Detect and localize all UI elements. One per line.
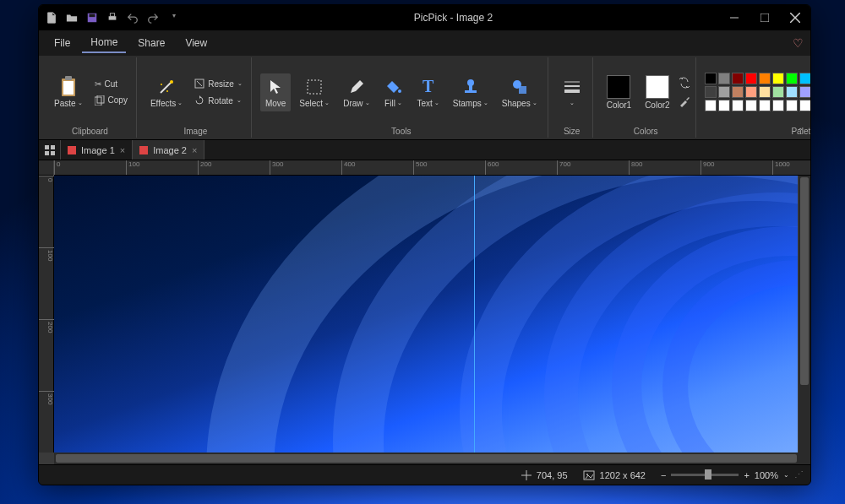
color-swatch[interactable] xyxy=(718,86,730,98)
doc-tab-1[interactable]: Image 1× xyxy=(61,140,133,160)
menu-share[interactable]: Share xyxy=(129,34,173,52)
paste-button[interactable]: Paste ⌄ xyxy=(49,73,88,111)
menu-home[interactable]: Home xyxy=(82,33,126,53)
maximize-button[interactable] xyxy=(750,5,780,30)
clipboard-icon xyxy=(58,77,79,97)
cut-button[interactable]: ✂Cut xyxy=(91,78,131,90)
open-icon[interactable] xyxy=(66,12,79,24)
zoom-out-button[interactable]: − xyxy=(661,470,666,480)
text-tool[interactable]: T Text ⌄ xyxy=(412,73,444,111)
color-swatch[interactable] xyxy=(732,73,744,84)
document-tabs: Image 1× Image 2× xyxy=(39,140,810,160)
svg-rect-23 xyxy=(519,86,526,94)
group-image: Effects ⌄ Resize ⌄ Rotate ⌄ Image xyxy=(140,57,252,138)
swap-colors-icon[interactable] xyxy=(679,77,690,89)
close-button[interactable] xyxy=(780,5,810,30)
dimensions-icon xyxy=(583,470,595,480)
color-swatch[interactable] xyxy=(772,86,784,98)
color-swatch[interactable] xyxy=(718,100,730,111)
color-swatch[interactable] xyxy=(759,86,771,98)
color-swatch[interactable] xyxy=(799,86,811,98)
color-swatch[interactable] xyxy=(786,86,798,98)
bucket-icon xyxy=(384,77,404,97)
doc-icon xyxy=(68,146,76,154)
canvas-viewport[interactable] xyxy=(54,176,810,453)
group-colors: Color1 Color2 Colors xyxy=(597,57,696,138)
color2-button[interactable]: Color2 xyxy=(640,72,674,113)
redo-icon[interactable] xyxy=(147,12,161,24)
zoom-slider[interactable] xyxy=(671,474,739,476)
color-swatch[interactable] xyxy=(772,73,784,84)
close-tab-icon[interactable]: × xyxy=(120,145,125,155)
color1-button[interactable]: Color1 xyxy=(602,72,636,113)
shapes-tool[interactable]: Shapes ⌄ xyxy=(497,73,542,111)
color-swatch[interactable] xyxy=(732,86,744,98)
favorite-icon[interactable]: ♡ xyxy=(793,36,804,50)
move-tool[interactable]: Move xyxy=(260,73,291,111)
tab-grid-icon[interactable] xyxy=(39,140,61,160)
color-swatch[interactable] xyxy=(772,100,784,111)
color-swatch[interactable] xyxy=(745,100,757,111)
svg-rect-30 xyxy=(45,145,49,149)
canvas-image[interactable] xyxy=(54,176,798,453)
ribbon: Paste ⌄ ✂Cut Copy Clipboard Effects ⌄ Re… xyxy=(39,56,810,140)
print-icon[interactable] xyxy=(106,12,120,24)
stamps-tool[interactable]: Stamps ⌄ xyxy=(448,73,493,111)
color-swatch[interactable] xyxy=(705,100,717,111)
color-swatch[interactable] xyxy=(799,100,811,111)
draw-tool[interactable]: Draw ⌄ xyxy=(338,73,374,111)
stamp-icon xyxy=(461,77,481,97)
zoom-in-button[interactable]: + xyxy=(744,470,749,480)
svg-rect-3 xyxy=(110,14,114,17)
select-tool[interactable]: Select ⌄ xyxy=(294,73,335,111)
doc-icon xyxy=(139,146,148,154)
close-tab-icon[interactable]: × xyxy=(192,145,197,155)
vertical-guide[interactable] xyxy=(474,176,475,453)
vertical-scrollbar[interactable] xyxy=(799,176,810,453)
cursor-position: 704, 95 xyxy=(521,470,568,480)
svg-rect-33 xyxy=(51,151,55,155)
save-icon[interactable] xyxy=(86,12,100,24)
zoom-dropdown-icon[interactable]: ⌄ xyxy=(783,471,789,479)
menu-view[interactable]: View xyxy=(177,34,215,52)
doc-tab-2[interactable]: Image 2× xyxy=(133,140,204,160)
resize-grip-icon[interactable]: ⋰ xyxy=(794,469,804,480)
pencil-icon xyxy=(346,77,367,97)
svg-point-14 xyxy=(161,84,162,85)
size-button[interactable]: ⌄ xyxy=(557,74,587,110)
color-swatch[interactable] xyxy=(786,73,798,84)
minimize-button[interactable] xyxy=(719,5,750,30)
fill-tool[interactable]: Fill ⌄ xyxy=(379,73,409,111)
rotate-button[interactable]: Rotate ⌄ xyxy=(191,94,246,107)
svg-rect-17 xyxy=(308,80,321,94)
svg-rect-31 xyxy=(51,145,55,149)
undo-icon[interactable] xyxy=(127,12,140,24)
redo-dropdown-icon[interactable]: ▾ xyxy=(167,12,181,24)
horizontal-scrollbar[interactable] xyxy=(54,453,810,464)
color-swatch[interactable] xyxy=(786,100,798,111)
color-swatch[interactable] xyxy=(799,73,811,84)
svg-rect-5 xyxy=(760,14,769,22)
menu-file[interactable]: File xyxy=(46,34,79,52)
group-tools: Move Select ⌄ Draw ⌄ Fill ⌄ T Text ⌄ xyxy=(255,57,548,138)
color-swatch[interactable] xyxy=(745,73,757,84)
collapse-ribbon-icon[interactable]: ⌃ xyxy=(797,127,804,136)
statusbar: 704, 95 1202 x 642 − + 100% ⌄ ⋰ xyxy=(39,464,810,485)
horizontal-ruler[interactable]: 01002003004005006007008009001000 xyxy=(39,160,810,176)
color-swatch[interactable] xyxy=(759,73,771,84)
eyedropper-icon[interactable] xyxy=(679,95,690,107)
color-palette[interactable] xyxy=(705,73,811,111)
color-swatch[interactable] xyxy=(732,100,744,111)
copy-button[interactable]: Copy xyxy=(91,94,131,107)
color-swatch[interactable] xyxy=(705,86,717,98)
color-swatch[interactable] xyxy=(705,73,717,84)
color-swatch[interactable] xyxy=(718,73,730,84)
crosshair-icon xyxy=(521,470,532,480)
vertical-ruler[interactable]: 0100200300400 xyxy=(39,176,54,453)
effects-button[interactable]: Effects ⌄ xyxy=(145,73,188,111)
color-swatch[interactable] xyxy=(745,86,757,98)
resize-button[interactable]: Resize ⌄ xyxy=(191,77,246,90)
new-icon[interactable] xyxy=(46,12,59,24)
color-swatch[interactable] xyxy=(759,100,771,111)
titlebar[interactable]: ▾ PicPick - Image 2 xyxy=(39,5,810,30)
